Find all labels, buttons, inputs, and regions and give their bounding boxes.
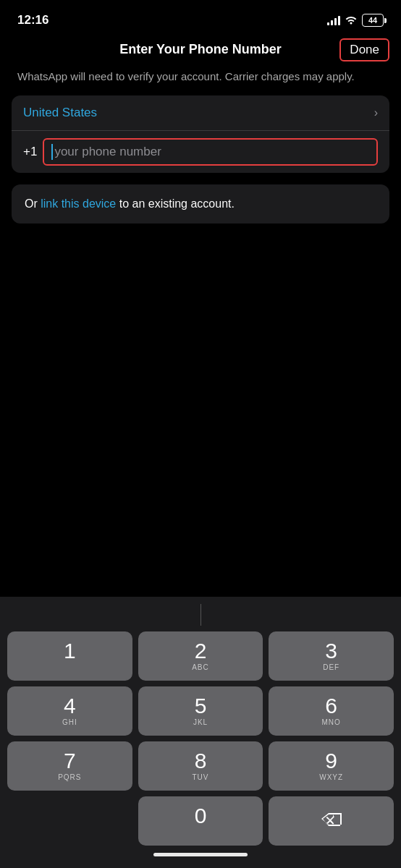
phone-row: +1 your phone number [12,131,389,173]
status-bar: 12:16 44 [0,0,401,36]
signal-icon [327,15,340,25]
key-zero-number: 0 [195,805,207,827]
home-bar [153,853,248,856]
country-code: +1 [23,145,37,159]
home-indicator [0,846,401,868]
keyboard: 12ABC3DEF4GHI5JKL6MNO7PQRS8TUV9WXYZ 0 [0,597,401,868]
key-empty-left [7,796,132,846]
key-8[interactable]: 8TUV [138,741,263,791]
link-device-text: Or link this device to an existing accou… [25,197,235,210]
key-1[interactable]: 1 [7,631,132,681]
key-0[interactable]: 0 [138,796,263,846]
page-title: Enter Your Phone Number [119,42,281,57]
chevron-right-icon: › [374,106,378,119]
key-4[interactable]: 4GHI [7,686,132,736]
key-3[interactable]: 3DEF [269,631,394,681]
form-card: United States › +1 your phone number [12,95,389,173]
key-delete[interactable] [269,796,394,846]
country-label: United States [23,106,97,120]
keyboard-divider [200,604,201,626]
header: Enter Your Phone Number Done [0,36,401,66]
battery-icon: 44 [362,14,384,27]
phone-placeholder: your phone number [54,145,161,159]
status-time: 12:16 [17,13,48,27]
link-device-prefix: Or [25,197,41,210]
link-device-card: Or link this device to an existing accou… [12,184,389,224]
country-selector[interactable]: United States › [12,95,389,131]
key-7[interactable]: 7PQRS [7,741,132,791]
link-device-suffix: to an existing account. [116,197,235,210]
key-9[interactable]: 9WXYZ [269,741,394,791]
link-device-link[interactable]: link this device [41,197,116,210]
status-icons: 44 [327,14,384,27]
keyboard-grid: 12ABC3DEF4GHI5JKL6MNO7PQRS8TUV9WXYZ [0,631,401,796]
done-button[interactable]: Done [339,38,389,61]
key-5[interactable]: 5JKL [138,686,263,736]
subtitle-text: WhatsApp will need to verify your accoun… [0,66,401,95]
phone-input-field[interactable]: your phone number [43,138,378,166]
wifi-icon [345,14,358,27]
key-6[interactable]: 6MNO [269,686,394,736]
key-2[interactable]: 2ABC [138,631,263,681]
delete-icon [320,810,343,833]
text-cursor [51,144,53,160]
